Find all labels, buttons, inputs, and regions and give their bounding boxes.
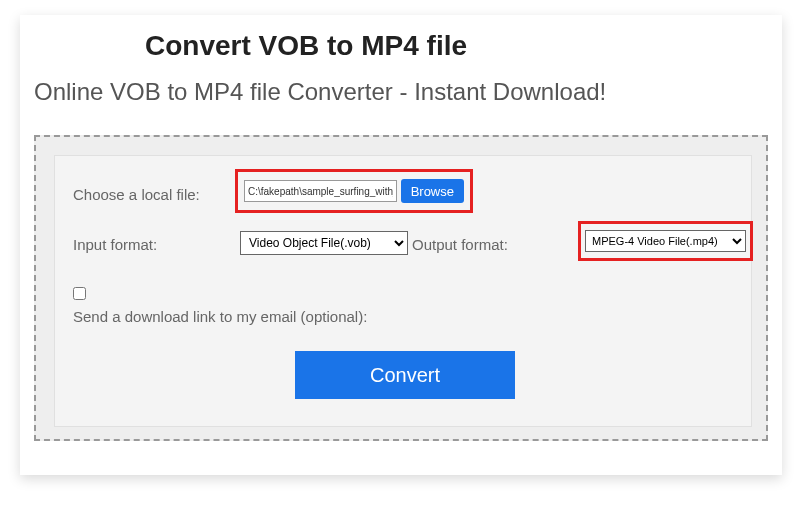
form-panel: Choose a local file: Browse Input format… <box>54 155 752 427</box>
choose-file-label: Choose a local file: <box>73 186 200 203</box>
file-path-input[interactable] <box>244 180 397 202</box>
output-format-label: Output format: <box>412 236 508 253</box>
email-label: Send a download link to my email (option… <box>73 308 367 325</box>
convert-button[interactable]: Convert <box>295 351 515 399</box>
dropzone: Choose a local file: Browse Input format… <box>34 135 768 441</box>
output-format-select[interactable]: MPEG-4 Video File(.mp4) <box>585 230 746 252</box>
page-subtitle: Online VOB to MP4 file Converter - Insta… <box>34 78 606 106</box>
converter-card: Convert VOB to MP4 file Online VOB to MP… <box>20 15 782 475</box>
page-title: Convert VOB to MP4 file <box>145 30 467 62</box>
input-format-label: Input format: <box>73 236 157 253</box>
output-highlight-box: MPEG-4 Video File(.mp4) <box>578 221 753 261</box>
email-checkbox[interactable] <box>73 287 86 300</box>
browse-button[interactable]: Browse <box>401 179 464 203</box>
input-format-select[interactable]: Video Object File(.vob) <box>240 231 408 255</box>
file-highlight-box: Browse <box>235 169 473 213</box>
